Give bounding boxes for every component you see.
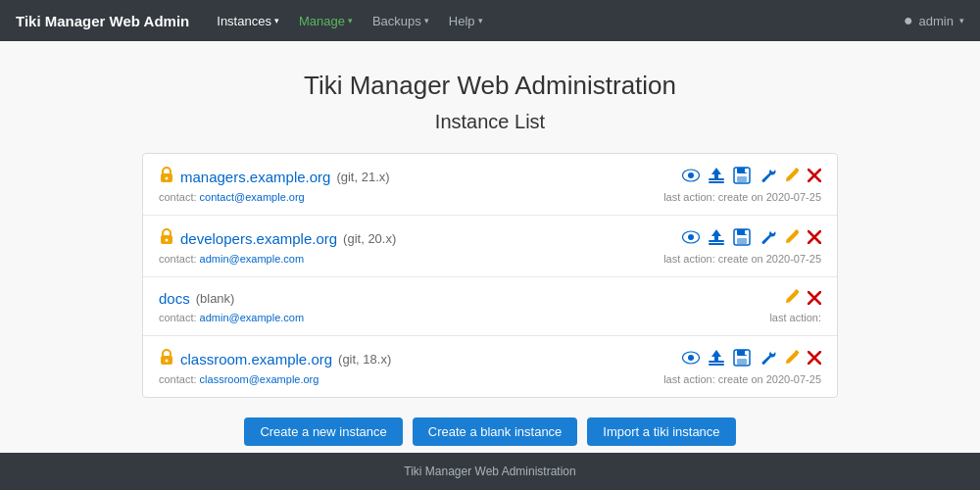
delete-icon[interactable] — [808, 290, 821, 308]
instance-row-top-classroom: classroom.example.org(git, 18.x) — [159, 348, 821, 369]
instance-link-managers[interactable]: managers.example.org — [180, 169, 330, 185]
instance-actions-docs — [784, 289, 821, 308]
last-action-value: create on 2020-07-25 — [718, 253, 821, 265]
contact-email[interactable]: classroom@example.org — [200, 373, 319, 385]
instance-actions-managers — [682, 167, 821, 187]
last-action-label: last action: — [769, 312, 821, 323]
table-row: managers.example.org(git, 21.x)contact: … — [143, 154, 837, 216]
eye-icon[interactable] — [682, 168, 700, 185]
instance-last-action-docs: last action: — [769, 312, 821, 323]
svg-point-1 — [166, 177, 169, 180]
last-action-label: last action: — [663, 373, 718, 385]
import-tiki-instance-button[interactable]: Import a tiki instance — [587, 417, 735, 446]
svg-rect-37 — [737, 359, 747, 365]
svg-point-14 — [166, 239, 169, 242]
instance-left-classroom: classroom.example.org(git, 18.x) — [159, 348, 391, 369]
last-action-value: create on 2020-07-25 — [718, 191, 821, 203]
chevron-help-icon: ▾ — [478, 16, 483, 25]
chevron-user-icon: ▾ — [959, 16, 964, 25]
table-row: developers.example.org(git, 20.x)contact… — [143, 216, 837, 277]
instance-actions-developers — [682, 228, 821, 249]
instance-row-bottom-docs: contact: admin@example.comlast action: — [159, 312, 821, 323]
contact-email[interactable]: contact@example.org — [200, 191, 305, 203]
contact-email[interactable]: admin@example.com — [200, 253, 305, 265]
instance-contact-classroom: contact: classroom@example.org — [159, 373, 318, 385]
instance-left-docs: docs(blank) — [159, 290, 234, 307]
delete-icon[interactable] — [808, 350, 821, 368]
pencil-icon[interactable] — [784, 289, 800, 308]
last-action-value: create on 2020-07-25 — [718, 373, 821, 385]
last-action-label: last action: — [663, 191, 718, 203]
contact-email[interactable]: admin@example.com — [200, 312, 305, 323]
instance-last-action-developers: last action: create on 2020-07-25 — [663, 253, 821, 265]
instance-row-bottom-managers: contact: contact@example.orglast action:… — [159, 191, 821, 203]
contact-label: contact: — [159, 373, 200, 385]
pencil-icon[interactable] — [784, 168, 800, 186]
delete-icon[interactable] — [808, 229, 821, 247]
instance-row-bottom-developers: contact: admin@example.comlast action: c… — [159, 253, 821, 265]
instance-link-docs[interactable]: docs — [159, 290, 190, 307]
instance-meta-docs: (blank) — [196, 291, 235, 306]
nav-item-instances[interactable]: Instances ▾ — [207, 0, 289, 41]
wrench-icon[interactable] — [759, 228, 776, 249]
nav-backups-label: Backups — [372, 14, 421, 28]
action-buttons: Create a new instance Create a blank ins… — [142, 417, 838, 446]
svg-marker-6 — [711, 168, 721, 178]
create-new-instance-button[interactable]: Create a new instance — [244, 417, 402, 446]
section-title: Instance List — [142, 111, 838, 133]
svg-rect-33 — [709, 364, 724, 366]
instance-row-bottom-classroom: contact: classroom@example.orglast actio… — [159, 373, 821, 385]
instance-row-top-managers: managers.example.org(git, 21.x) — [159, 166, 821, 187]
main-content: Tiki Manager Web Administration Instance… — [122, 41, 858, 485]
save-icon[interactable] — [733, 167, 751, 187]
chevron-backups-icon: ▾ — [424, 16, 429, 25]
instance-link-classroom[interactable]: classroom.example.org — [180, 351, 332, 368]
svg-point-31 — [688, 355, 694, 361]
footer: Tiki Manager Web Administration — [0, 453, 980, 490]
svg-rect-10 — [745, 169, 747, 172]
user-circle-icon: ● — [904, 12, 913, 29]
instance-meta-classroom: (git, 18.x) — [338, 352, 391, 367]
svg-rect-9 — [737, 176, 747, 182]
upload-icon[interactable] — [708, 167, 725, 187]
eye-icon[interactable] — [682, 350, 700, 368]
footer-text: Tiki Manager Web Administration — [404, 465, 575, 478]
lock-icon — [159, 227, 174, 249]
eye-icon[interactable] — [682, 229, 700, 247]
navbar-user[interactable]: ● admin ▾ — [904, 12, 964, 29]
table-row: docs(blank)contact: admin@example.comlas… — [143, 277, 837, 336]
navbar: Tiki Manager Web Admin Instances ▾ Manag… — [0, 0, 980, 41]
svg-point-16 — [688, 234, 694, 240]
upload-icon[interactable] — [708, 349, 725, 369]
upload-icon[interactable] — [708, 228, 725, 249]
table-row: classroom.example.org(git, 18.x)contact:… — [143, 336, 837, 397]
pencil-icon[interactable] — [784, 350, 800, 368]
create-blank-instance-button[interactable]: Create a blank instance — [413, 417, 578, 446]
svg-rect-32 — [709, 361, 724, 363]
pencil-icon[interactable] — [784, 229, 800, 248]
contact-label: contact: — [159, 191, 200, 203]
save-icon[interactable] — [733, 349, 751, 369]
delete-icon[interactable] — [808, 168, 821, 185]
wrench-icon[interactable] — [759, 349, 776, 369]
nav-item-help[interactable]: Help ▾ — [439, 0, 493, 41]
contact-label: contact: — [159, 253, 200, 265]
instance-contact-developers: contact: admin@example.com — [159, 253, 304, 265]
nav-item-manage[interactable]: Manage ▾ — [289, 0, 363, 41]
save-icon[interactable] — [733, 228, 751, 249]
svg-rect-5 — [709, 181, 724, 183]
navbar-brand: Tiki Manager Web Admin — [16, 13, 189, 29]
wrench-icon[interactable] — [759, 167, 776, 187]
svg-rect-17 — [709, 240, 724, 242]
instance-link-developers[interactable]: developers.example.org — [180, 230, 337, 247]
last-action-label: last action: — [663, 253, 718, 265]
instance-left-managers: managers.example.org(git, 21.x) — [159, 166, 390, 187]
svg-rect-23 — [745, 230, 747, 234]
chevron-instances-icon: ▾ — [274, 16, 279, 25]
nav-item-backups[interactable]: Backups ▾ — [363, 0, 439, 41]
svg-rect-38 — [745, 351, 747, 355]
svg-rect-18 — [709, 243, 724, 245]
instance-list: managers.example.org(git, 21.x)contact: … — [142, 153, 838, 398]
instance-contact-docs: contact: admin@example.com — [159, 312, 304, 323]
instance-actions-classroom — [682, 349, 821, 369]
